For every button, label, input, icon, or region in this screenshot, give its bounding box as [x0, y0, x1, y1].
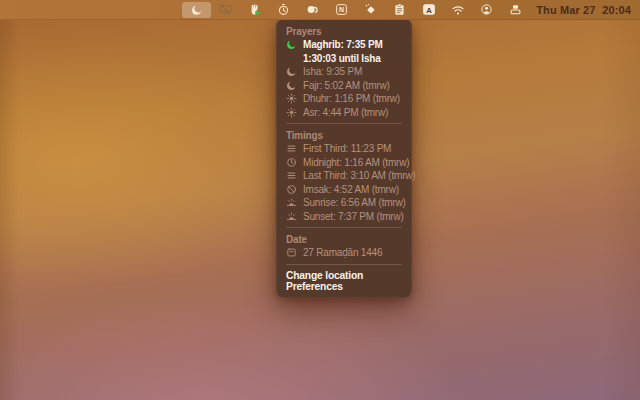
section-title-timings: Timings	[276, 127, 412, 142]
svg-text:A: A	[426, 6, 432, 15]
clipboard-icon	[393, 3, 406, 16]
menubar-item-elephant[interactable]	[298, 2, 327, 18]
menubar-date: Thu Mar 27	[536, 4, 595, 16]
display-slash-icon	[219, 3, 232, 16]
crescent-moon-icon	[191, 4, 203, 16]
crescent-moon-icon	[286, 80, 299, 91]
notion-n-icon: N	[335, 3, 348, 16]
spray-diamond-icon	[364, 3, 377, 16]
calendar-icon	[286, 247, 299, 258]
input-source-a-icon: A	[422, 3, 436, 16]
menubar-clock[interactable]: Thu Mar 27 20:04	[530, 4, 633, 16]
circle-slash-icon	[286, 184, 299, 195]
sun-icon	[286, 107, 299, 118]
prayer-row-asr: Asr: 4:44 PM (tmrw)	[276, 106, 412, 120]
date-row: 27 Ramaḍān 1446	[276, 246, 412, 260]
menubar-item-prayer-app[interactable]	[182, 2, 211, 18]
menubar-item-spray[interactable]	[356, 2, 385, 18]
timing-row-sunset: Sunset: 7:37 PM (tmrw)	[276, 210, 412, 224]
thirds-lines-icon	[286, 170, 299, 181]
menubar-item-display-mute[interactable]	[211, 2, 240, 18]
thirds-lines-icon	[286, 143, 299, 154]
sun-icon	[286, 93, 299, 104]
menubar-item-stacked[interactable]	[501, 2, 530, 18]
elephant-icon	[306, 3, 319, 16]
timing-row-sunrise: Sunrise: 6:56 AM (tmrw)	[276, 196, 412, 210]
wifi-icon	[451, 4, 465, 16]
menubar-item-timer[interactable]	[269, 2, 298, 18]
svg-text:N: N	[339, 6, 344, 13]
timing-row-midnight: Midnight: 1:16 AM (tmrw)	[276, 156, 412, 170]
section-title-date: Date	[276, 231, 412, 246]
stacked-windows-icon	[509, 3, 522, 16]
separator	[286, 227, 402, 228]
user-circle-icon	[480, 3, 493, 16]
prayer-row-maghrib: Maghrib: 7:35 PM	[276, 38, 412, 52]
timing-row-last-third: Last Third: 3:10 AM (tmrw)	[276, 169, 412, 183]
prayer-row-isha: Isha: 9:35 PM	[276, 65, 412, 79]
status-dot	[256, 10, 260, 14]
hand-icon	[248, 3, 261, 16]
clock-icon	[286, 157, 299, 168]
prayer-row-fajr: Fajr: 5:02 AM (tmrw)	[276, 79, 412, 93]
separator	[286, 264, 402, 265]
timer-clock-icon	[277, 3, 290, 16]
menubar-item-hand-status[interactable]	[240, 2, 269, 18]
menubar-item-input-source[interactable]: A	[414, 2, 443, 18]
timing-row-imsak: Imsak: 4:52 AM (tmrw)	[276, 183, 412, 197]
menubar-item-wifi[interactable]	[443, 2, 472, 18]
menu-bar: N A	[0, 0, 640, 20]
sunset-icon	[286, 211, 299, 222]
change-location-preferences-item[interactable]: Change location Preferences	[276, 268, 412, 293]
countdown-row: 1:30:03 until Isha	[276, 52, 412, 66]
prayer-row-dhuhr: Dhuhr: 1:16 PM (tmrw)	[276, 92, 412, 106]
menubar-item-user[interactable]	[472, 2, 501, 18]
sunrise-icon	[286, 197, 299, 208]
separator	[286, 123, 402, 124]
menubar-item-clipboard[interactable]	[385, 2, 414, 18]
prayer-times-dropdown: Prayers Maghrib: 7:35 PM 1:30:03 until I…	[276, 19, 412, 298]
timing-row-first-third: First Third: 11:23 PM	[276, 142, 412, 156]
menubar-item-notion[interactable]: N	[327, 2, 356, 18]
crescent-moon-icon	[286, 66, 299, 77]
menubar-time: 20:04	[602, 4, 631, 16]
section-title-prayers: Prayers	[276, 23, 412, 38]
crescent-moon-icon	[286, 39, 299, 50]
